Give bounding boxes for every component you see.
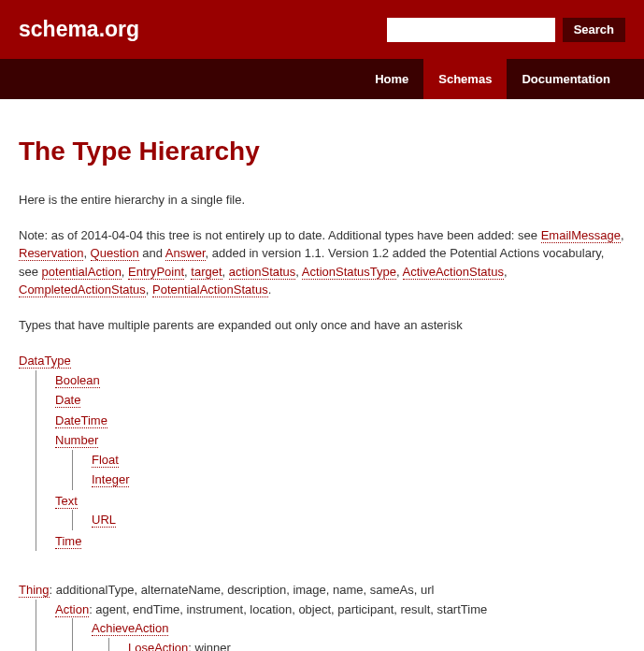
search-input[interactable] [387,18,555,42]
type-datetime[interactable]: DateTime [55,413,107,428]
link-actionstatustype[interactable]: ActionStatusType [302,265,396,280]
link-target[interactable]: target [191,265,222,280]
thing-props: : additionalType, alternateName, descrip… [50,583,435,597]
asterisk-note: Types that have multiple parents are exp… [19,316,625,335]
type-datatype[interactable]: DataType [19,354,71,369]
type-url[interactable]: URL [92,513,116,528]
main-content: The Type Hierarchy Here is the entire hi… [0,99,644,651]
type-date[interactable]: Date [55,393,80,408]
link-question[interactable]: Question [91,246,139,261]
datatype-tree: DataType Boolean Date DateTime Number Fl… [19,351,625,552]
nav-home[interactable]: Home [360,59,423,99]
site-header: schema.org Search [0,0,644,59]
intro-text: Here is the entire hierarchy in a single… [19,191,625,210]
nav-documentation[interactable]: Documentation [507,59,625,99]
type-achieveaction[interactable]: AchieveAction [92,621,168,636]
link-completedactionstatus[interactable]: CompletedActionStatus [19,282,146,297]
type-loseaction[interactable]: LoseAction [128,641,188,652]
main-nav: Home Schemas Documentation [0,59,644,99]
type-text[interactable]: Text [55,494,78,509]
type-integer[interactable]: Integer [92,472,129,487]
site-logo[interactable]: schema.org [19,17,139,42]
page-title: The Type Hierarchy [19,137,625,166]
type-number[interactable]: Number [55,433,98,448]
link-actionstatus[interactable]: actionStatus [229,265,296,280]
thing-tree: Thing: additionalType, alternateName, de… [19,580,625,651]
search-area: Search [387,18,625,42]
version-note: Note: as of 2014-04-04 this tree is not … [19,226,625,299]
type-thing[interactable]: Thing [19,583,50,598]
type-time[interactable]: Time [55,534,81,549]
type-float[interactable]: Float [92,453,119,468]
link-potentialactionstatus[interactable]: PotentialActionStatus [152,282,268,297]
link-reservation[interactable]: Reservation [19,246,83,261]
action-props: : agent, endTime, instrument, location, … [89,602,487,616]
type-action[interactable]: Action [55,602,89,617]
link-potentialaction[interactable]: potentialAction [42,265,122,280]
link-entrypoint[interactable]: EntryPoint [128,265,184,280]
search-button[interactable]: Search [563,18,625,42]
link-emailmessage[interactable]: EmailMessage [541,228,621,243]
nav-schemas[interactable]: Schemas [423,59,507,99]
link-answer[interactable]: Answer [165,246,206,261]
loseaction-props: : winner [188,641,231,652]
type-boolean[interactable]: Boolean [55,373,100,388]
link-activeactionstatus[interactable]: ActiveActionStatus [403,265,504,280]
